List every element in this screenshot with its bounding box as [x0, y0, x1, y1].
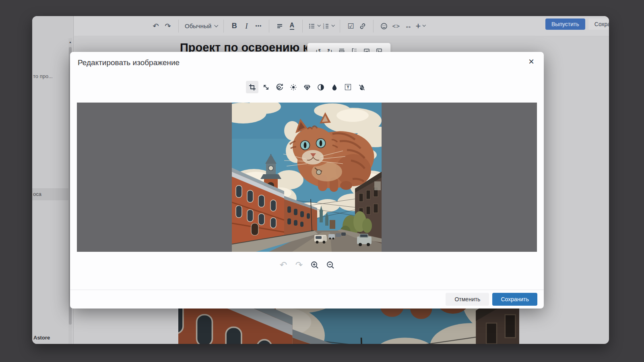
- close-icon[interactable]: ×: [528, 57, 534, 66]
- preview-nav-row: ↶ ↷: [70, 260, 544, 270]
- sidebar-footer-label: Astore: [33, 335, 50, 341]
- redo-icon[interactable]: ↷: [162, 19, 174, 33]
- undo-icon[interactable]: ↶: [150, 19, 162, 33]
- zoom-out-button[interactable]: [325, 260, 336, 270]
- zoom-in-button[interactable]: [310, 260, 320, 270]
- top-actions: Выпустить Сохранить: [545, 19, 609, 30]
- toolbar-divider: [178, 20, 179, 33]
- numbered-list-icon: 1 2 3: [322, 23, 330, 30]
- brightness-tool-button[interactable]: [287, 81, 299, 93]
- redo-glyph: ↷: [165, 22, 171, 31]
- numbered-list-button[interactable]: 1 2 3: [321, 19, 335, 33]
- bullet-list-button[interactable]: [307, 19, 321, 33]
- editor-toolbar: ↶ ↷ Обычный B I ••• A 1 2: [74, 16, 609, 36]
- chevron-down-icon: [332, 23, 335, 27]
- svg-text:3: 3: [323, 27, 324, 29]
- rotate-tool-button[interactable]: [273, 81, 286, 93]
- gem-icon: [303, 84, 311, 91]
- brightness-icon: [290, 84, 297, 91]
- bullet-list-icon: [308, 23, 316, 30]
- sidebar-item-truncated[interactable]: то про...: [33, 73, 70, 79]
- toolbar-divider: [340, 20, 340, 33]
- toolbar-divider: [223, 20, 224, 33]
- edit-image-modal: Редактировать изображение ×: [70, 52, 544, 309]
- text-color-button[interactable]: A: [286, 19, 298, 33]
- clarity-tool-button[interactable]: [301, 81, 313, 93]
- modal-title: Редактировать изображение: [78, 58, 180, 67]
- scroll-up-icon[interactable]: ▲: [68, 38, 72, 43]
- save-draft-button[interactable]: Сохранить: [588, 19, 609, 30]
- cancel-button[interactable]: Отменить: [446, 293, 489, 306]
- toolbar-divider: [269, 20, 269, 33]
- preview-canvas: [77, 103, 537, 252]
- resize-tool-button[interactable]: [260, 81, 272, 93]
- crop-tool-button[interactable]: [246, 81, 258, 93]
- publish-button[interactable]: Выпустить: [545, 19, 585, 30]
- undo-glyph: ↶: [153, 22, 159, 31]
- italic-button[interactable]: I: [240, 19, 252, 33]
- rotate-icon: [276, 83, 283, 91]
- save-button[interactable]: Сохранить: [492, 293, 537, 306]
- zoom-out-icon: [326, 261, 335, 269]
- chevron-down-icon: [318, 23, 321, 27]
- modal-footer: Отменить Сохранить: [70, 290, 544, 309]
- edit-redo-button[interactable]: ↷: [294, 260, 304, 270]
- bold-button[interactable]: B: [228, 19, 240, 33]
- crop-icon: [249, 84, 256, 91]
- align-icon: [276, 23, 283, 30]
- more-formats-button[interactable]: •••: [252, 19, 264, 33]
- align-button[interactable]: [274, 19, 286, 33]
- emoji-icon: [380, 23, 388, 30]
- droplet-off-icon: [358, 84, 365, 91]
- code-button[interactable]: <>: [390, 19, 402, 33]
- grayscale-icon: Y: [345, 84, 351, 90]
- edit-undo-button[interactable]: ↶: [278, 260, 289, 270]
- checkbox-list-button[interactable]: ☑: [345, 19, 357, 33]
- emoji-button[interactable]: [378, 19, 390, 33]
- toolbar-divider: [373, 20, 374, 33]
- grayscale-tool-button[interactable]: Y: [342, 81, 354, 93]
- insert-block-button[interactable]: +: [414, 19, 426, 33]
- plus-icon: +: [415, 21, 421, 31]
- toolbar-divider: [302, 20, 303, 33]
- saturation-tool-button[interactable]: [328, 81, 341, 93]
- blur-off-tool-button[interactable]: [355, 81, 368, 93]
- chevron-down-icon: [215, 23, 219, 27]
- preview-image-cat-over-street[interactable]: [232, 103, 382, 252]
- contrast-tool-button[interactable]: [314, 81, 327, 93]
- document-image-block[interactable]: [178, 309, 519, 344]
- chevron-down-icon: [423, 23, 426, 27]
- sidebar: то про... оса Astore ▲: [32, 16, 74, 344]
- paragraph-style-select[interactable]: Обычный: [183, 23, 219, 29]
- link-button[interactable]: [357, 19, 369, 33]
- sidebar-item-selected[interactable]: оса: [32, 188, 74, 200]
- full-width-button[interactable]: ↔: [402, 19, 414, 33]
- droplet-icon: [331, 84, 338, 91]
- zoom-in-icon: [310, 261, 319, 269]
- style-select-value: Обычный: [185, 23, 211, 29]
- contrast-icon: [317, 84, 324, 91]
- text-color-icon: A: [290, 22, 295, 30]
- resize-icon: [262, 84, 270, 91]
- link-icon: [359, 23, 366, 30]
- image-tools-row: Y: [70, 81, 544, 93]
